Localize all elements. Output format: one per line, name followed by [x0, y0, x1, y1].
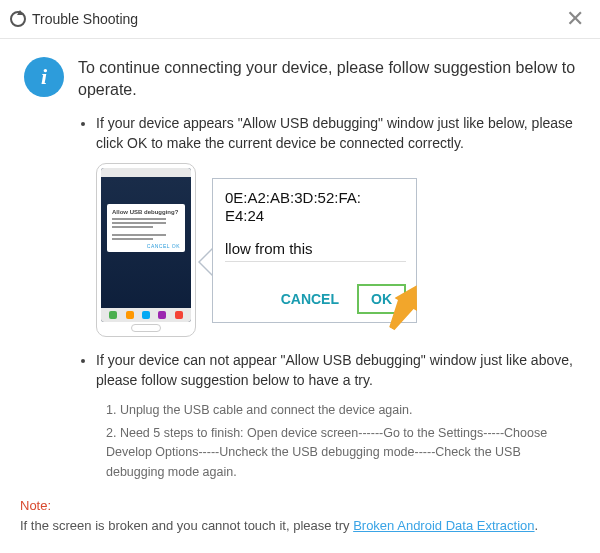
allow-from-text: llow from this — [225, 240, 406, 257]
suggestion-list: If your device appears "Allow USB debugg… — [78, 114, 576, 482]
window-title: Trouble Shooting — [32, 11, 138, 27]
phone-statusbar — [101, 168, 191, 177]
list-item: If your device appears "Allow USB debugg… — [96, 114, 576, 337]
broken-android-link[interactable]: Broken Android Data Extraction — [353, 518, 534, 533]
list-item: If your device can not appear "Allow USB… — [96, 351, 576, 482]
dialog-button-row: CANCEL OK — [225, 284, 406, 314]
title-left: Trouble Shooting — [10, 11, 138, 27]
close-icon[interactable]: ✕ — [562, 8, 588, 30]
fingerprint-line1: 0E:A2:AB:3D:52:FA: — [225, 189, 406, 208]
lead-text: To continue connecting your device, plea… — [78, 57, 576, 100]
phone-dialog-buttons: CANCEL OK — [112, 243, 180, 249]
footer-note: Note: If the screen is broken and you ca… — [20, 496, 580, 535]
illustration: Allow USB debugging? CANCEL OK — [96, 163, 576, 337]
note-label: Note: — [20, 498, 51, 513]
suggestion-text-2: If your device can not appear "Allow USB… — [96, 351, 576, 390]
phone-dialog-title: Allow USB debugging? — [112, 209, 180, 215]
cancel-button: CANCEL — [281, 291, 339, 307]
steps-block: 1. Unplug the USB cable and connect the … — [96, 401, 576, 483]
callout-wrap: 0E:A2:AB:3D:52:FA: E4:24 llow from this … — [212, 178, 417, 324]
info-icon: i — [24, 57, 64, 97]
phone-usb-dialog: Allow USB debugging? CANCEL OK — [107, 204, 185, 252]
titlebar: Trouble Shooting ✕ — [0, 0, 600, 39]
refresh-icon — [10, 11, 26, 27]
phone-screen: Allow USB debugging? CANCEL OK — [101, 168, 191, 322]
phone-mockup: Allow USB debugging? CANCEL OK — [96, 163, 196, 337]
note-text: If the screen is broken and you cannot t… — [20, 518, 353, 533]
step-2: 2. Need 5 steps to finish: Open device s… — [106, 424, 576, 482]
step-1: 1. Unplug the USB cable and connect the … — [106, 401, 576, 420]
content-column: To continue connecting your device, plea… — [78, 57, 576, 494]
main-content: i To continue connecting your device, pl… — [0, 39, 600, 494]
usb-dialog-zoom: 0E:A2:AB:3D:52:FA: E4:24 llow from this … — [212, 178, 417, 324]
note-after: . — [535, 518, 539, 533]
divider — [225, 261, 406, 262]
phone-dock — [101, 308, 191, 322]
suggestion-text-1: If your device appears "Allow USB debugg… — [96, 114, 576, 153]
callout-pointer-icon — [198, 248, 212, 276]
fingerprint-line2: E4:24 — [225, 207, 406, 226]
